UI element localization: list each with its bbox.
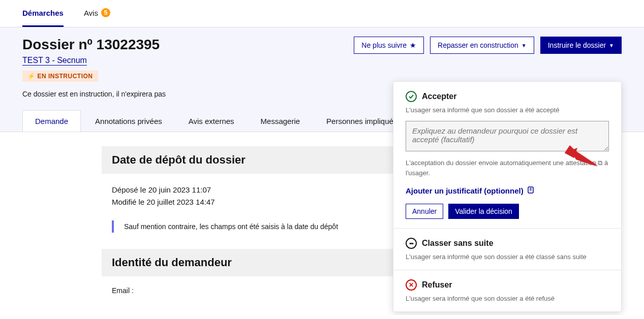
repasser-label: Repasser en construction — [438, 41, 518, 49]
accepter-actions: Annuler Valider la décision — [406, 204, 609, 219]
status-badge: ⚡ EN INSTRUCTION — [22, 71, 98, 82]
accepter-section: Accepter L'usager sera informé que son d… — [393, 82, 621, 229]
accepter-info: L'acceptation du dossier envoie automati… — [406, 158, 609, 178]
check-circle-icon — [406, 91, 417, 102]
avis-count-badge: 5 — [101, 8, 110, 17]
refuser-title: Refuser — [422, 280, 452, 290]
main-area: Dossier nº 13022395 TEST 3 - Secnum ⚡ EN… — [0, 27, 644, 132]
refuser-desc: L'usager sera informé que son dossier a … — [406, 295, 609, 302]
classer-title: Classer sans suite — [422, 239, 494, 248]
instruire-button[interactable]: Instruire le dossier ▼ — [540, 37, 622, 54]
star-icon: ★ — [410, 41, 416, 49]
chevron-down-icon: ▼ — [609, 43, 614, 48]
tab-avis-externes[interactable]: Avis externes — [176, 110, 247, 132]
dossier-title: Dossier nº 13022395 — [22, 37, 166, 53]
nav-avis[interactable]: Avis 5 — [84, 0, 110, 27]
nav-demarches[interactable]: Démarches — [22, 1, 64, 27]
tab-annotations[interactable]: Annotations privées — [83, 110, 174, 132]
title-block: Dossier nº 13022395 TEST 3 - Secnum ⚡ EN… — [22, 37, 166, 110]
tab-messagerie[interactable]: Messagerie — [249, 110, 313, 132]
classer-title-row: ••• Classer sans suite — [406, 238, 609, 249]
instruire-popover: Accepter L'usager sera informé que son d… — [393, 81, 622, 312]
action-buttons: Ne plus suivre ★ Repasser en constructio… — [354, 37, 622, 54]
x-circle-icon: ✕ — [406, 279, 417, 291]
nav-avis-label: Avis — [84, 9, 98, 17]
lightning-icon: ⚡ — [27, 73, 36, 80]
meta-text: Ce dossier est en instruction, il n'expi… — [22, 90, 166, 98]
classer-section[interactable]: ••• Classer sans suite L'usager sera inf… — [393, 229, 621, 270]
accepter-title-row: Accepter — [406, 91, 609, 102]
paperclip-icon — [527, 186, 535, 196]
tab-demande[interactable]: Demande — [22, 110, 81, 132]
unfollow-label: Ne plus suivre — [361, 41, 407, 49]
procedure-link[interactable]: TEST 3 - Secnum — [22, 56, 87, 66]
chevron-down-icon: ▼ — [522, 43, 527, 48]
nav-demarches-label: Démarches — [22, 9, 64, 17]
validate-button[interactable]: Valider la décision — [448, 204, 519, 219]
accepter-textarea[interactable] — [406, 121, 609, 151]
top-nav: Démarches Avis 5 — [0, 0, 644, 27]
refuser-section[interactable]: ✕ Refuser L'usager sera informé que son … — [393, 270, 621, 311]
refuser-title-row: ✕ Refuser — [406, 279, 609, 291]
instruire-label: Instruire le dossier — [548, 41, 606, 49]
add-attachment-label: Ajouter un justificatif (optionnel) — [406, 186, 524, 195]
dots-circle-icon: ••• — [406, 238, 417, 249]
repasser-button[interactable]: Repasser en construction ▼ — [430, 37, 534, 54]
add-attachment-link[interactable]: Ajouter un justificatif (optionnel) — [406, 186, 535, 196]
classer-desc: L'usager sera informé que son dossier a … — [406, 253, 609, 261]
status-text: EN INSTRUCTION — [38, 73, 93, 80]
cancel-button[interactable]: Annuler — [406, 204, 443, 219]
accepter-title: Accepter — [422, 92, 456, 101]
accepter-desc: L'usager sera informé que son dossier a … — [406, 106, 609, 114]
unfollow-button[interactable]: Ne plus suivre ★ — [354, 37, 424, 54]
